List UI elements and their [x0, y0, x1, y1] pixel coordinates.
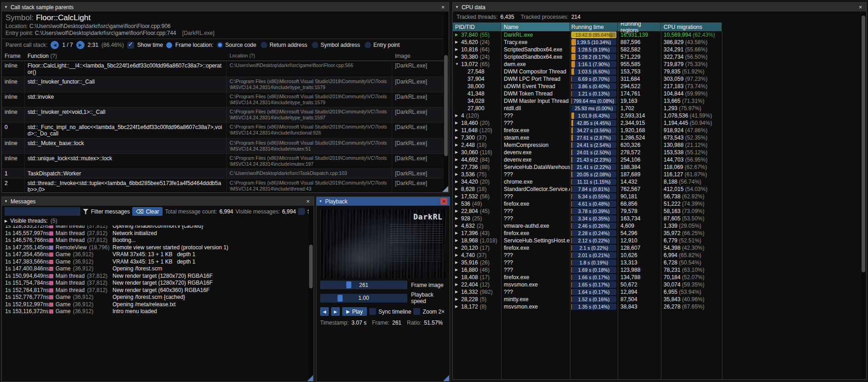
cpu-row[interactable]: ▶18,408(17)firefox.exe1.66 s (0.17%)134,…	[453, 274, 861, 281]
speed-slider[interactable]: 1.00	[320, 294, 407, 303]
radio-icon[interactable]	[261, 42, 267, 48]
cpu-row[interactable]: ▶4(120)???1:01.9 (6.43%)2,593,3141,078,5…	[453, 112, 861, 119]
frame-location-option[interactable]: Return address	[261, 42, 307, 48]
expand-icon[interactable]: ▶	[455, 237, 459, 244]
cpu-row[interactable]: ▶18,968(1,018)ServiceHub.SettingsHost.ex…	[453, 237, 861, 244]
scrollbar-thumb[interactable]	[862, 16, 865, 272]
frame-column-header[interactable]: Frame	[2, 51, 25, 61]
cpu-column-header[interactable]: CPU migrations	[661, 22, 722, 31]
cpu-row[interactable]: ▶928(25)???3.34 s (0.35%)163,73487,605 (…	[453, 215, 861, 222]
cpu-row[interactable]: ▶30,060(116)devenv.exe24.01 s (2.50%)278…	[453, 149, 861, 156]
expand-icon[interactable]: ▶	[455, 208, 459, 214]
scrollbar-thumb[interactable]	[309, 245, 313, 288]
cpu-row[interactable]: ▶34,420(20)chrome.exe11.11 s (1.15%)14,4…	[453, 178, 861, 185]
expand-icon[interactable]: ▶	[455, 120, 459, 126]
callstack-row[interactable]: 1TaskDispatch::WorkerC:\Users\wolf\Deskt…	[2, 169, 449, 179]
message-row[interactable]: 1s 152,776,777nsGame(36,912)Opening /for…	[2, 294, 308, 301]
image-column-header[interactable]: Image	[392, 51, 436, 61]
collapse-icon[interactable]: ▼	[4, 5, 8, 9]
cpu-row[interactable]: 38,000uDWM Event Thread3.86 s (0.40%)294…	[453, 83, 861, 90]
cpu-column-header[interactable]: PID/TID	[453, 22, 501, 31]
playback-titlebar[interactable]: ▼ Playback ×	[316, 197, 450, 206]
cpu-row[interactable]: ▶45,620(24)Tracy.exe1:39.5 (10.34%)887,5…	[453, 39, 861, 46]
cpu-column-header[interactable]: Name	[501, 22, 570, 31]
expand-icon[interactable]: ▶	[455, 32, 459, 38]
callstack-row[interactable]: inlinestd::unique_lock<std::mutex>::lock…	[2, 154, 449, 169]
cpu-row[interactable]: ▶20,120(17)firefox.exe2.1 s (0.22%)128,6…	[453, 244, 861, 252]
prev-stack-button[interactable]: ◀	[51, 41, 59, 49]
filter-input[interactable]	[5, 207, 80, 216]
close-icon[interactable]: ×	[304, 198, 311, 205]
message-row[interactable]: 1s 146,576,766nsMain thread(37,812)Booti…	[2, 237, 308, 244]
cpu-row[interactable]: ▶11,648(120)firefox.exe34.27 s (3.56%)1,…	[453, 127, 861, 134]
cpu-titlebar[interactable]: ▼ CPU data ×	[453, 3, 866, 11]
expand-icon[interactable]: ▶	[455, 135, 459, 141]
vertical-scrollbar[interactable]	[444, 12, 448, 192]
messages-titlebar[interactable]: ▼ Messages ×	[2, 197, 314, 206]
cpu-row[interactable]: 34,028DWM Master Input Thread799.64 ms (…	[453, 97, 861, 105]
expand-icon[interactable]: ▶	[455, 296, 459, 303]
radio-icon[interactable]	[365, 42, 371, 48]
cpu-row[interactable]: ▶30,380(24)ScriptedSandbox64.exe1:28.2 (…	[453, 53, 861, 61]
frame-location-option[interactable]: Symbol address	[312, 42, 360, 48]
callstack-row[interactable]: inlinestd::_Invoker_ret<void,1>::_CallC:…	[2, 107, 449, 123]
expand-icon[interactable]: ▶	[455, 179, 459, 185]
collapse-icon[interactable]: ▼	[4, 199, 8, 203]
message-row[interactable]: 1s 152,764,817nsMain thread(37,812)New r…	[2, 287, 308, 294]
frame-location-option[interactable]: Source code	[217, 42, 256, 48]
expand-icon[interactable]: ▶	[455, 157, 459, 163]
location-column-header[interactable]: Location (?)	[227, 51, 392, 61]
message-row[interactable]: 1s 151,754,784nsMain thread(37,812)New r…	[2, 280, 308, 287]
treenode-arrow-icon[interactable]: ▶	[5, 219, 7, 223]
cpu-row[interactable]: ▼13,072(65)dwm.exe1:16.1 (7.90%)955,5857…	[453, 61, 861, 68]
expand-icon[interactable]: ▶	[455, 245, 459, 251]
expand-icon[interactable]: ▶	[455, 127, 459, 134]
message-row[interactable]: 1s 152,912,997nsGame(36,912)Opening /met…	[2, 301, 308, 309]
next-stack-button[interactable]: ▶	[76, 41, 85, 49]
message-row[interactable]: 1s 147,255,145nsRemoteView(18,796)Remote…	[2, 244, 308, 252]
callstack-row[interactable]: 0std::_Func_impl_no_alloc<<lambda_5bc224…	[2, 123, 449, 139]
expand-icon[interactable]: ▶	[455, 149, 459, 156]
frame-slider[interactable]: 261	[320, 281, 407, 289]
expand-icon[interactable]: ▶	[455, 259, 459, 266]
expand-icon[interactable]: ▶	[455, 281, 459, 288]
expand-icon[interactable]: ▶	[455, 201, 459, 207]
cpu-row[interactable]: ▶8,628(18)StandardCollector.Service.e7.8…	[453, 185, 861, 193]
close-icon[interactable]: ×	[440, 4, 446, 11]
next-frame-button[interactable]: ▶	[331, 307, 340, 316]
message-row[interactable]: 1s 147,383,566nsGame(36,912)VRAM 43x45: …	[2, 258, 308, 266]
message-row[interactable]: 1s 147,354,456nsGame(36,912)VRAM 37x45: …	[2, 251, 308, 258]
callstack-row[interactable]: inlinestd::invokeC:\Program Files (x86)\…	[2, 92, 449, 107]
cpu-row[interactable]: ▶22,804(45)???3.78 s (0.39%)79,57858,163…	[453, 208, 861, 215]
expand-icon[interactable]: ▶	[455, 303, 459, 310]
radio-icon[interactable]	[217, 42, 223, 48]
expand-icon[interactable]: ▶	[455, 193, 459, 200]
zoom-checkbox[interactable]	[413, 308, 420, 315]
cpu-row[interactable]: 41,348DWM Token Thread1.21 s (0.13%)174,…	[453, 90, 861, 97]
expand-icon[interactable]: ▶	[455, 112, 459, 119]
cpu-row[interactable]: ▶536(49)firefox.exe4.61 s (0.48%)68,8565…	[453, 200, 861, 208]
cpu-row[interactable]: ▶3,536(75)???20.05 s (2.08%)187,689116,1…	[453, 171, 861, 178]
function-column-header[interactable]: Function (?)	[25, 51, 227, 61]
expand-icon[interactable]: ▶	[455, 274, 459, 281]
cpu-row[interactable]: 37,904DWM LPC Port Thread6.69 s (0.70%)3…	[453, 75, 861, 83]
messages-list[interactable]: 1s 128,335,272nsMain thread(37,812)Openi…	[2, 225, 308, 382]
expand-icon[interactable]: ▶	[455, 39, 459, 45]
expand-icon[interactable]: ▶	[455, 164, 459, 170]
collapse-icon[interactable]: ▼	[455, 61, 459, 67]
sync-timeline-checkbox[interactable]	[369, 308, 376, 315]
clipped-checkbox[interactable]	[298, 208, 305, 215]
prev-frame-button[interactable]: ◀	[320, 307, 329, 316]
scrollbar-thumb[interactable]	[444, 55, 448, 156]
resize-grip[interactable]	[443, 375, 449, 381]
cpu-row[interactable]: ▶16,880(46)???1.69 s (0.18%)123,98878,23…	[453, 266, 861, 274]
vertical-scrollbar[interactable]	[309, 206, 313, 381]
expand-icon[interactable]: ▶	[455, 223, 459, 229]
close-icon[interactable]: ×	[857, 4, 864, 11]
clear-button[interactable]: ⌫Clear	[132, 207, 163, 216]
cpu-row[interactable]: ▶44,692(84)devenv.exe21.43 s (2.23%)254,…	[453, 156, 861, 163]
close-icon[interactable]: ×	[440, 198, 447, 205]
expand-icon[interactable]: ▶	[455, 186, 459, 192]
cpu-column-header[interactable]: Running time	[570, 22, 618, 31]
expand-icon[interactable]: ▶	[455, 142, 459, 148]
